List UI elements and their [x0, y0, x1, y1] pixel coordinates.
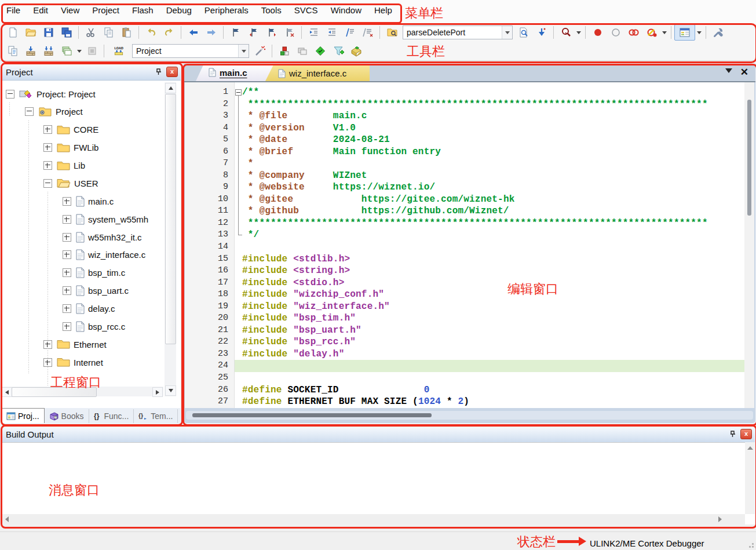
expand-icon[interactable]	[63, 197, 71, 206]
bookmark-clear-icon[interactable]	[280, 25, 298, 40]
menu-flash[interactable]: Flash	[126, 0, 160, 21]
unindent-icon[interactable]	[323, 25, 341, 40]
tree-item-project-project[interactable]: Project: Project	[1, 85, 96, 103]
build-output-content[interactable]	[1, 442, 755, 514]
copy-icon[interactable]	[100, 25, 118, 40]
tree-item-user[interactable]: USER	[1, 174, 98, 192]
project-vertical-scrollbar[interactable]	[165, 82, 176, 396]
expand-icon[interactable]	[63, 322, 71, 331]
build-icon[interactable]	[21, 43, 39, 59]
bookmark-next-icon[interactable]	[262, 25, 280, 40]
expand-icon[interactable]	[43, 161, 52, 170]
build-horizontal-scrollbar[interactable]	[1, 514, 745, 524]
find-icon[interactable]	[557, 25, 575, 40]
save-all-icon[interactable]	[57, 25, 75, 40]
dropdown-caret-icon[interactable]	[695, 25, 703, 40]
manage-rte-icon[interactable]	[311, 43, 329, 59]
collapse-icon[interactable]	[6, 90, 14, 99]
expand-icon[interactable]	[63, 304, 71, 313]
editor-tab-main-c[interactable]: main.c	[196, 64, 277, 81]
collapse-icon[interactable]	[25, 107, 34, 116]
editor-horizontal-scrollbar[interactable]	[184, 408, 755, 423]
menu-help[interactable]: Help	[368, 0, 399, 21]
search-combobox[interactable]: parseDeletePort	[403, 26, 513, 39]
menu-edit[interactable]: Edit	[27, 0, 54, 21]
tree-item-w55mh32-it-c[interactable]: w55mh32_it.c	[1, 228, 142, 246]
expand-icon[interactable]	[63, 215, 71, 224]
menu-file[interactable]: File	[0, 0, 27, 21]
panel-tab-books[interactable]: ?Books	[45, 409, 89, 423]
file-extensions-icon[interactable]	[293, 43, 311, 59]
expand-icon[interactable]	[43, 143, 52, 152]
menu-peripherals[interactable]: Peripherals	[198, 0, 255, 21]
close-document-icon[interactable]: ✕	[740, 66, 748, 78]
tree-item-bsp-uart-c[interactable]: bsp_uart.c	[1, 282, 129, 300]
breakpoint-toggle-icon[interactable]	[589, 25, 607, 40]
tree-item-main-c[interactable]: main.c	[1, 192, 114, 210]
redo-icon[interactable]	[160, 25, 178, 40]
editor-vertical-scrollbar[interactable]	[744, 82, 754, 408]
combobox-dropdown-icon[interactable]	[238, 45, 249, 57]
panel-tab-proj[interactable]: Proj...	[1, 408, 45, 423]
cut-icon[interactable]	[82, 25, 100, 40]
expand-icon[interactable]	[63, 233, 71, 242]
dropdown-caret-icon[interactable]	[660, 25, 668, 40]
configure-icon[interactable]	[709, 25, 727, 40]
panel-tab-func[interactable]: {}Func...	[89, 409, 134, 423]
expand-icon[interactable]	[63, 286, 71, 295]
save-icon[interactable]	[39, 25, 57, 40]
paste-icon[interactable]	[118, 25, 136, 40]
tree-item-lib[interactable]: Lib	[1, 156, 85, 174]
undo-icon[interactable]	[142, 25, 160, 40]
new-file-icon[interactable]	[3, 25, 21, 40]
panel-tab-tem[interactable]: {}Tem...	[134, 409, 178, 423]
expand-icon[interactable]	[63, 250, 71, 259]
pin-icon[interactable]	[728, 429, 738, 439]
pin-icon[interactable]	[154, 67, 164, 77]
comment-icon[interactable]	[341, 25, 359, 40]
tree-item-delay-c[interactable]: delay.c	[1, 300, 115, 318]
tree-item-ethernet[interactable]: Ethernet	[1, 336, 107, 354]
breakpoint-kill-all-icon[interactable]	[624, 25, 642, 40]
target-select-combobox[interactable]: Project	[132, 44, 249, 58]
tree-item-fwlib[interactable]: FWLib	[1, 139, 98, 156]
tree-item-core[interactable]: CORE	[1, 121, 98, 139]
navigate-back-icon[interactable]	[184, 25, 202, 40]
expand-icon[interactable]	[63, 268, 71, 277]
tree-item-wiz-interface-c[interactable]: wiz_interface.c	[1, 246, 145, 264]
build-vertical-scrollbar[interactable]	[745, 442, 755, 514]
close-icon[interactable]: x	[740, 429, 752, 439]
find-next-icon[interactable]	[514, 25, 532, 40]
menu-window[interactable]: Window	[324, 0, 368, 21]
breakpoint-disable-icon[interactable]	[607, 25, 624, 40]
dropdown-caret-icon[interactable]	[75, 43, 83, 59]
fold-collapse-icon[interactable]	[235, 89, 242, 96]
code-editor[interactable]: 1234567891011121314151617181920212223242…	[185, 82, 754, 408]
window-views-icon[interactable]	[674, 24, 695, 41]
navigate-forward-icon[interactable]	[202, 25, 220, 40]
open-file-icon[interactable]	[21, 25, 39, 40]
resize-grip[interactable]	[746, 540, 754, 548]
project-horizontal-scrollbar[interactable]	[1, 387, 163, 396]
menu-svcs[interactable]: SVCS	[288, 0, 324, 21]
tree-item-project[interactable]: Project	[1, 103, 83, 121]
bookmark-prev-icon[interactable]	[244, 25, 262, 40]
dropdown-caret-icon[interactable]	[575, 25, 582, 40]
collapse-icon[interactable]	[43, 179, 52, 188]
tab-list-dropdown-icon[interactable]	[725, 68, 732, 73]
indent-icon[interactable]	[305, 25, 323, 40]
load-flash-icon[interactable]: LOAD	[107, 43, 130, 59]
tree-item-system-w55mh[interactable]: system_w55mh	[1, 210, 148, 228]
pack-installer-icon[interactable]	[347, 43, 365, 59]
stop-build-icon[interactable]	[83, 43, 101, 59]
select-packs-icon[interactable]	[329, 43, 347, 59]
uncomment-icon[interactable]	[359, 25, 377, 40]
tree-item-bsp-tim-c[interactable]: bsp_tim.c	[1, 264, 125, 282]
find-in-files-icon[interactable]	[383, 25, 401, 40]
batch-build-icon[interactable]	[57, 43, 75, 59]
tree-item-internet[interactable]: Internet	[1, 354, 103, 371]
combobox-dropdown-icon[interactable]	[502, 26, 512, 39]
menu-view[interactable]: View	[54, 0, 86, 21]
menu-tools[interactable]: Tools	[255, 0, 288, 21]
incremental-find-icon[interactable]	[532, 25, 550, 40]
